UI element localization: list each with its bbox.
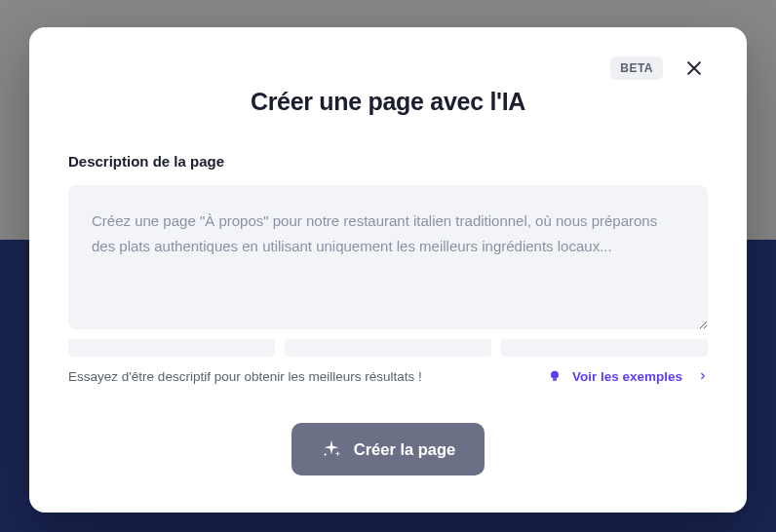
modal-footer: Créer la page [68,423,708,475]
description-label: Description de la page [68,153,708,170]
create-page-button[interactable]: Créer la page [291,423,485,475]
beta-badge: BETA [610,57,663,80]
chevron-right-icon [698,371,708,381]
ai-page-modal: BETA Créer une page avec l'IA Descriptio… [29,27,747,513]
hint-row: Essayez d'être descriptif pour obtenir l… [68,368,708,384]
close-button[interactable] [680,55,708,82]
description-textarea[interactable] [68,185,708,329]
close-icon [684,58,704,78]
suggestion-chip[interactable] [68,339,275,357]
create-button-label: Créer la page [354,440,456,459]
modal-header: BETA [68,55,708,82]
view-examples-link[interactable]: Voir les exemples [547,368,708,384]
suggestion-chip[interactable] [285,339,491,357]
sparkles-icon [321,438,342,460]
examples-link-label: Voir les exemples [572,369,682,384]
suggestion-chips-row [68,339,708,357]
lightbulb-icon [547,368,563,384]
svg-rect-3 [553,379,557,381]
hint-text: Essayez d'être descriptif pour obtenir l… [68,369,422,384]
svg-point-2 [551,371,559,379]
suggestion-chip[interactable] [501,339,708,357]
modal-title: Créer une page avec l'IA [68,88,708,116]
